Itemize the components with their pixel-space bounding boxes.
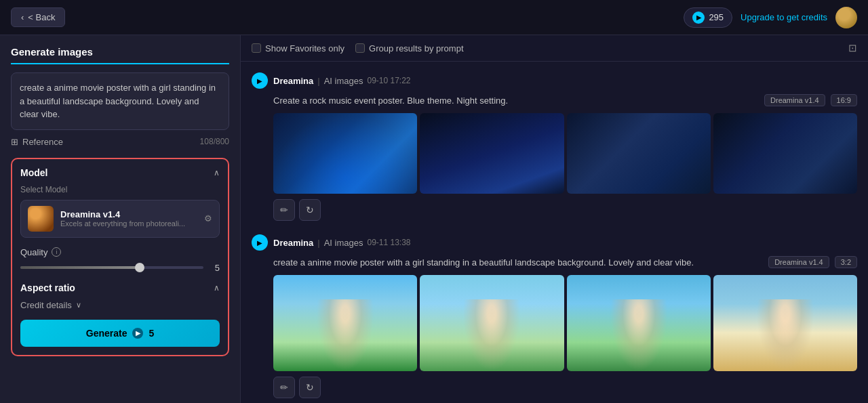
feed-prompt-row: create a anime movie poster with a girl … [252,256,857,268]
edit-button[interactable]: ✏ [273,377,295,398]
feed-image[interactable] [420,113,564,194]
feed-ratio-tag: 16:9 [831,94,857,106]
refresh-button[interactable]: ↻ [299,199,321,221]
aspect-ratio-header: Aspect ratio ∧ [20,282,220,293]
reference-icon: ⊞ [11,137,18,147]
char-count: 108/800 [200,137,229,146]
model-desc: Excels at everything from photoreali... [60,219,196,228]
group-results-checkbox-item[interactable]: Group results by prompt [355,43,463,54]
feed-category: AI images [324,76,363,86]
credit-details-row[interactable]: Credit details ∨ [20,300,220,310]
show-favorites-checkbox[interactable] [252,43,261,53]
folder-icon[interactable]: ⊡ [848,42,857,54]
sidebar: Generate images create a anime movie pos… [0,35,241,403]
back-button[interactable]: ‹ < Back [11,7,65,27]
feed: ▶ Dreamina | AI images 09-10 17:22 Creat… [241,62,868,403]
model-thumbnail [28,206,54,232]
prompt-box[interactable]: create a anime movie poster with a girl … [11,72,229,130]
feed-source-icon: ▶ [252,72,268,89]
quality-slider-fill [20,266,140,269]
feed-entry: ▶ Dreamina | AI images 09-11 13:38 creat… [252,234,857,398]
reference-button[interactable]: ⊞ Reference [11,137,63,147]
quality-slider-thumb[interactable] [135,263,144,272]
feed-date: 09-10 17:22 [367,76,410,85]
right-panel: Show Favorites only Group results by pro… [241,35,868,403]
right-toolbar: Show Favorites only Group results by pro… [241,35,868,62]
refresh-button[interactable]: ↻ [299,377,321,398]
aspect-ratio-title: Aspect ratio [20,282,75,293]
back-icon: ‹ [21,12,24,22]
credit-details-label: Credit details [20,300,72,310]
feed-image[interactable] [420,275,564,371]
anime-image-4 [713,275,857,371]
prompt-footer: ⊞ Reference 108/800 [11,137,229,147]
credit-details-chevron-icon: ∨ [76,301,81,310]
group-results-checkbox[interactable] [355,43,365,53]
anime-image-3 [567,275,711,371]
feed-source: Dreamina [273,238,313,248]
credits-icon: ▶ [692,12,705,24]
feed-model-tag: Dreamina v1.4 [768,256,829,268]
feed-ratio-tag: 3:2 [835,256,857,268]
model-info: Dreamina v1.4 Excels at everything from … [60,209,197,228]
feed-prompt-text: Create a rock music event poster. Blue t… [273,96,759,106]
quality-info-icon[interactable]: i [52,247,61,257]
feed-image[interactable] [713,275,857,371]
feed-sep: | [317,76,319,86]
generate-button[interactable]: Generate ▶ 5 [20,320,220,347]
credits-badge: ▶ 295 [684,7,732,28]
feed-source-icon: ▶ [252,234,268,251]
feed-category: AI images [324,238,363,248]
main-layout: Generate images create a anime movie pos… [0,35,868,403]
generate-cost-icon: ▶ [132,328,143,339]
feed-actions: ✏ ↻ [252,377,857,398]
quality-label: Quality [20,247,47,257]
feed-sep: | [317,238,319,248]
sidebar-title: Generate images [11,46,229,64]
edit-button[interactable]: ✏ [273,199,295,221]
rock-image-3 [567,113,711,194]
model-card[interactable]: Dreamina v1.4 Excels at everything from … [20,200,220,238]
aspect-ratio-chevron-icon[interactable]: ∧ [214,283,220,293]
anime-image-1 [273,275,417,371]
quality-slider-row: 5 [20,263,220,273]
back-label: < Back [28,12,55,22]
model-section-header: Model ∧ [20,167,220,178]
quality-slider-value: 5 [209,263,220,273]
show-favorites-checkbox-item[interactable]: Show Favorites only [252,43,344,54]
model-chevron-icon[interactable]: ∧ [214,168,220,177]
feed-image[interactable] [567,113,711,194]
highlight-section: Model ∧ Select Model Dreamina v1.4 Excel… [11,158,229,356]
feed-prompt-text: create a anime movie poster with a girl … [273,257,763,268]
feed-images [252,275,857,371]
model-settings-icon[interactable]: ⚙ [204,213,212,224]
reference-label: Reference [22,137,63,147]
generate-cost: 5 [149,328,154,339]
feed-model-tag: Dreamina v1.4 [764,94,825,106]
feed-images [252,113,857,194]
avatar[interactable] [835,7,857,28]
feed-image[interactable] [713,113,857,194]
select-model-label: Select Model [20,185,220,194]
anime-image-2 [420,275,564,371]
upgrade-button[interactable]: Upgrade to get credits [741,12,827,22]
quality-row: Quality i [20,247,220,257]
show-favorites-label: Show Favorites only [265,43,344,54]
rock-image-4 [713,113,857,194]
avatar-image [835,7,857,28]
feed-date: 09-11 13:38 [367,238,410,247]
feed-image[interactable] [273,113,417,194]
feed-source: Dreamina [273,76,313,86]
feed-entry: ▶ Dreamina | AI images 09-10 17:22 Creat… [252,72,857,221]
model-section-title: Model [20,167,47,178]
feed-prompt-row: Create a rock music event poster. Blue t… [252,94,857,106]
feed-meta: Dreamina | AI images 09-11 13:38 [273,238,411,248]
model-name: Dreamina v1.4 [60,209,197,219]
toolbar-left: Show Favorites only Group results by pro… [252,43,464,54]
feed-image[interactable] [273,275,417,371]
group-results-label: Group results by prompt [369,43,463,54]
feed-entry-header: ▶ Dreamina | AI images 09-10 17:22 [252,72,857,89]
credits-value: 295 [709,12,724,22]
feed-image[interactable] [567,275,711,371]
top-nav: ‹ < Back ▶ 295 Upgrade to get credits [0,0,868,35]
